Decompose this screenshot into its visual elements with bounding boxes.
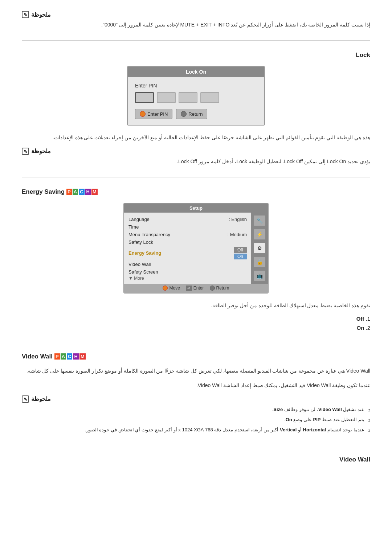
bullet-text-3: عندما يوجد انقسام Horizontal أو Vertical… (85, 427, 364, 432)
transparency-label: Menu Transparency (128, 232, 170, 237)
energy-numbered-list: Off .1 On .2 (22, 316, 370, 331)
energy-on-number: .2 (366, 325, 370, 331)
note-text-label-1: ملحوظة (31, 11, 51, 18)
vw-desc1: Video Wall هي عبارة عن مجموعة من شاشات ا… (22, 366, 370, 376)
footer-enter: ↵ Enter (186, 286, 204, 291)
energy-label: Energy Saving (128, 250, 161, 256)
vw-p-letter: P (54, 353, 60, 360)
energy-options: Off On (234, 247, 247, 259)
energy-saving-header: M H C A P Energy Saving (22, 188, 370, 196)
vw-title-2: Video Wall (22, 456, 370, 463)
language-value: : English (229, 217, 247, 222)
a-letter: A (73, 189, 78, 195)
lock-section: Lock Lock On Enter PIN Enter PIN (22, 52, 370, 143)
language-label: Language (128, 217, 150, 222)
bullet-item-3: عندما يوجد انقسام Horizontal أو Vertical… (22, 426, 370, 434)
energy-mockup: Setup 🔧 ⚡ ⚙ 🔒 📺 Language : English (22, 203, 370, 294)
note-block-2: ملحوظة ✎ يؤدي تحديد Lock On إلى تمكين Lo… (22, 148, 370, 166)
bullet-item-1: عند تشغيل Video Wall، لن تتوفر وظائف Siz… (22, 406, 370, 414)
bullet-text-2: يتم التعطيل عند ضبط PIP على وضع On. (284, 417, 364, 422)
footer-move: Move (163, 286, 180, 291)
enter-pin-button[interactable]: Enter PIN (135, 109, 172, 119)
lock-pin-boxes (135, 92, 257, 103)
return-label: Return (188, 111, 203, 117)
setup-body: 🔧 ⚡ ⚙ 🔒 📺 Language : English Time (124, 213, 268, 284)
note3-bullets: عند تشغيل Video Wall، لن تتوفر وظائف Siz… (22, 406, 370, 434)
note-text-label-2: ملحوظة (31, 148, 51, 155)
note-icon-1: ✎ (22, 11, 29, 18)
divider-4 (22, 445, 370, 445)
note-text-2: يؤدي تحديد Lock On إلى تمكين Lock Off. ل… (22, 157, 370, 166)
lock-buttons: Enter PIN Return (135, 109, 257, 119)
lock-title: Lock (22, 52, 370, 59)
energy-off-label: Off (356, 316, 364, 322)
page-wrapper: ملحوظة ✎ إذا نسيت كلمة المرور الخاصة بك،… (0, 0, 392, 481)
footer-return-circle (210, 286, 215, 291)
lock-mockup: Lock On Enter PIN Enter PIN (22, 66, 370, 126)
note-block-1: ملحوظة ✎ إذا نسيت كلمة المرور الخاصة بك،… (22, 11, 370, 29)
sidebar-icon-3: ⚙ (254, 243, 265, 253)
lock-mockup-box: Lock On Enter PIN Enter PIN (127, 66, 265, 126)
footer-enter-label: Enter (193, 286, 204, 291)
note-icon-2: ✎ (22, 148, 29, 155)
footer-return: Return (210, 286, 229, 291)
vw-m-letter: M (79, 353, 86, 360)
videowall-label: Video Wall (128, 262, 151, 267)
m-letter: M (91, 189, 98, 195)
pin-box-3 (179, 92, 197, 103)
note-icon-3: ✎ (22, 395, 29, 403)
lock-title-bar: Lock On (128, 67, 264, 77)
energy-item-on: On .2 (22, 325, 370, 331)
divider-1 (22, 40, 370, 41)
menu-row-energy: Energy Saving Off On (128, 246, 247, 260)
transparency-value: : Medium (228, 232, 247, 237)
vw-section-label: Video Wall (22, 353, 53, 360)
bullet-text-1: عند تشغيل Video Wall، لن تتوفر وظائف Siz… (272, 407, 364, 412)
setup-sidebar: 🔧 ⚡ ⚙ 🔒 📺 (251, 213, 268, 284)
menu-row-videowall: Video Wall (128, 260, 247, 268)
video-wall-section-2: Video Wall (22, 456, 370, 463)
return-button[interactable]: Return (176, 109, 207, 119)
safetyscreen-label: Safety Screen (128, 269, 158, 275)
enter-pin-circle (140, 111, 146, 117)
footer-return-label: Return (216, 286, 229, 291)
bullet-item-2: يتم التعطيل عند ضبط PIP على وضع On. (22, 416, 370, 424)
menu-row-transparency: Menu Transparency : Medium (128, 231, 247, 238)
opt-off: Off (234, 247, 247, 253)
c-letter: C (79, 189, 84, 195)
enter-pin-label: Enter PIN (147, 111, 168, 117)
p-letter: P (66, 189, 72, 195)
pin-box-1 (135, 92, 154, 103)
menu-row-safetyscreen: Safety Screen (128, 268, 247, 276)
energy-section-label: Energy Saving (22, 188, 65, 196)
note-title-2: ملحوظة ✎ (22, 148, 370, 155)
footer-circle-move (163, 286, 168, 291)
setup-title-bar: Setup (124, 204, 268, 213)
note-block-3: ملحوظة ✎ عند تشغيل Video Wall، لن تتوفر … (22, 395, 370, 434)
pin-box-2 (157, 92, 176, 103)
lock-body: Enter PIN Enter PIN (128, 77, 264, 125)
footer-enter-icon: ↵ (186, 286, 192, 291)
sidebar-icon-5: 📺 (254, 271, 265, 281)
footer-move-label: Move (169, 286, 180, 291)
return-circle (181, 111, 187, 117)
safety-label: Safety Lock (128, 239, 153, 245)
vw-desc2: عندما تكون وظيفة Video Wall قيد التشغيل،… (22, 381, 370, 390)
menu-row-safety: Safety Lock (128, 238, 247, 246)
vw-h-letter: H (73, 353, 78, 360)
energy-item-off: Off .1 (22, 316, 370, 322)
menu-row-language: Language : English (128, 216, 247, 223)
divider-3 (22, 342, 370, 342)
pin-box-4 (200, 92, 219, 103)
vw-c-letter: C (67, 353, 72, 360)
time-label: Time (128, 224, 139, 230)
vw-a-letter: A (61, 353, 66, 360)
mhcap-badge-energy: M H C A P Energy Saving (22, 188, 98, 196)
note-text-1: إذا نسيت كلمة المرور الخاصة بك، اضغط على… (22, 20, 370, 29)
energy-desc: تقوم هذه الخاصية بضبط معدل استهلاك الطاق… (22, 301, 370, 311)
sidebar-icon-1: 🔧 (254, 216, 265, 226)
energy-saving-section: M H C A P Energy Saving Setup 🔧 ⚡ ⚙ 🔒 📺 (22, 188, 370, 331)
setup-footer: Move ↵ Enter Return (124, 284, 268, 293)
opt-on: On (234, 254, 247, 259)
mhcap-badge-vw: M H C A P Video Wall (22, 353, 86, 360)
